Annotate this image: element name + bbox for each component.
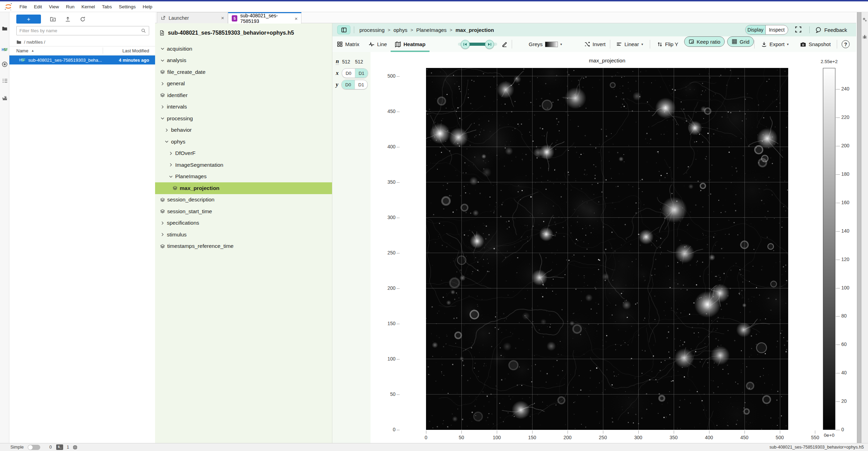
toolbar-separator [650, 40, 650, 49]
tree-item-intervals[interactable]: intervals [155, 101, 332, 113]
colorbar-tick-mark [836, 89, 840, 89]
property-inspector-tab-icon[interactable] [862, 17, 868, 23]
fullscreen-button[interactable] [794, 26, 802, 33]
edit-domain-button[interactable] [502, 36, 508, 52]
tree-item-processing[interactable]: processing [155, 113, 332, 124]
tab-launcher[interactable]: Launcher × [157, 12, 228, 23]
chevron-right-icon[interactable] [168, 151, 173, 156]
sidebar-toggle-button[interactable] [337, 25, 350, 34]
table-of-contents-tab-icon[interactable] [1, 77, 8, 84]
tree-item-ImageSegmentation[interactable]: ImageSegmentation [155, 159, 332, 171]
breadcrumb-processing[interactable]: processing [359, 27, 385, 33]
x-d1-button[interactable]: D1 [355, 69, 368, 78]
chevron-right-icon[interactable] [160, 81, 165, 86]
kernel-count: 1 [67, 445, 69, 450]
snapshot-button[interactable]: Snapshot [800, 36, 831, 52]
file-browser-breadcrumb[interactable]: / nwbfiles / [16, 38, 45, 46]
colormap-selector[interactable]: Greys ▾ [529, 36, 562, 52]
chevron-down-icon[interactable] [160, 46, 165, 51]
slider-min-handle[interactable] [461, 40, 470, 49]
keep-ratio-toggle[interactable]: Keep ratio [684, 36, 725, 47]
chevron-right-icon[interactable] [168, 163, 173, 167]
tree-item-session_start_time[interactable]: session_start_time [155, 206, 332, 217]
terminal-icon[interactable]: $_ [56, 444, 63, 450]
tree-item-timestamps_reference_time[interactable]: timestamps_reference_time [155, 241, 332, 252]
tree-item-behavior[interactable]: behavior [155, 124, 332, 136]
debugger-tab-icon[interactable] [862, 34, 868, 40]
chevron-right-icon[interactable] [160, 232, 165, 237]
display-mode-button[interactable]: Display [746, 25, 765, 34]
tree-item-acquisition[interactable]: acquisition [155, 43, 332, 55]
menu-kernel[interactable]: Kernel [78, 1, 99, 12]
x-d0-button[interactable]: D0 [342, 69, 355, 78]
tree-item-PlaneImages[interactable]: PlaneImages [155, 171, 332, 183]
slider-max-handle[interactable] [485, 40, 494, 49]
tree-item-file_create_date[interactable]: file_create_date [155, 66, 332, 78]
domain-slider[interactable] [458, 36, 497, 52]
vis-tab-heatmap[interactable]: Heatmap [395, 36, 425, 52]
chevron-right-icon[interactable] [160, 105, 165, 109]
help-button[interactable]: ? [842, 36, 850, 52]
chevron-right-icon[interactable] [164, 128, 169, 132]
menu-file[interactable]: File [16, 1, 31, 12]
vis-tab-matrix[interactable]: Matrix [337, 36, 359, 52]
tab-close-icon[interactable]: × [295, 16, 298, 21]
hdf5-browser-tab-icon[interactable]: H5F [1, 46, 8, 53]
column-modified-header[interactable]: Last Modified [103, 48, 155, 53]
refresh-button[interactable] [80, 16, 86, 22]
file-browser-tab-icon[interactable] [1, 25, 8, 32]
menu-tabs[interactable]: Tabs [99, 1, 116, 12]
inspect-mode-button[interactable]: Inspect [765, 25, 788, 34]
scale-selector[interactable]: Linear ▾ [616, 36, 643, 52]
new-folder-button[interactable] [50, 16, 56, 22]
document-icon [159, 30, 165, 36]
breadcrumb-ophys[interactable]: ophys [393, 27, 407, 33]
tree-item-DfOverF[interactable]: DfOverF [155, 148, 332, 159]
colorbar-tick-label: 140 [841, 228, 849, 234]
menu-help[interactable]: Help [139, 1, 156, 12]
tab-close-icon[interactable]: × [221, 15, 224, 21]
export-button[interactable]: Export ▾ [761, 36, 789, 52]
vis-tab-line[interactable]: Line [368, 36, 387, 52]
tree-item-session_description[interactable]: session_description [155, 194, 332, 206]
dataset-icon [160, 93, 165, 98]
chevron-down-icon[interactable] [160, 58, 165, 63]
y-d1-button[interactable]: D1 [355, 80, 367, 89]
speech-bubble-icon [815, 27, 822, 33]
invert-colormap-button[interactable]: Invert [584, 36, 606, 52]
menu-run[interactable]: Run [62, 1, 78, 12]
menu-edit[interactable]: Edit [31, 1, 45, 12]
chevron-right-icon[interactable] [160, 221, 165, 225]
flip-y-button[interactable]: Flip Y [657, 36, 678, 52]
file-filter-input[interactable] [17, 28, 141, 33]
tree-item-analysis[interactable]: analysis [155, 55, 332, 67]
grid-toggle[interactable]: Grid [727, 36, 754, 47]
scrollbar[interactable] [857, 12, 861, 443]
y-d0-button[interactable]: D0 [342, 80, 355, 89]
breadcrumb-PlaneImages[interactable]: PlaneImages [416, 27, 447, 33]
extensions-tab-icon[interactable] [1, 95, 8, 101]
upload-button[interactable] [65, 16, 71, 22]
tab-h5-file[interactable]: 5 sub-408021_ses-7585193 × [228, 12, 301, 24]
file-row-selected[interactable]: H5F sub-408021_ses-758519303_beha... 4 m… [9, 55, 155, 64]
tree-item-general[interactable]: general [155, 78, 332, 90]
grid-icon [732, 39, 737, 44]
tree-item-ophys[interactable]: ophys [155, 136, 332, 148]
tree-item-label: behavior [171, 127, 192, 133]
heatmap-image[interactable] [426, 68, 788, 430]
tree-item-stimulus[interactable]: stimulus [155, 229, 332, 241]
running-kernels-tab-icon[interactable] [1, 61, 8, 68]
chevron-down-icon[interactable] [164, 139, 169, 144]
tree-item-identifier[interactable]: identifier [155, 89, 332, 101]
chevron-down-icon[interactable] [160, 116, 165, 121]
column-name-header[interactable]: Name ▲ [16, 48, 98, 53]
feedback-button[interactable]: Feedback [815, 23, 847, 36]
menu-view[interactable]: View [45, 1, 62, 12]
tree-item-max_projection[interactable]: max_projection [155, 182, 332, 194]
simple-mode-toggle[interactable] [28, 445, 40, 450]
menu-settings[interactable]: Settings [115, 1, 139, 12]
chevron-down-icon[interactable] [168, 174, 173, 179]
kernel-chip-icon[interactable] [73, 445, 78, 450]
tree-item-specifications[interactable]: specifications [155, 217, 332, 229]
new-launcher-button[interactable]: + [16, 15, 41, 24]
